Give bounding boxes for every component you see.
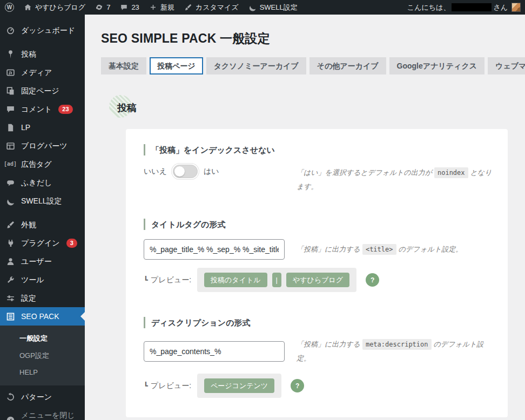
media-icon (5, 68, 16, 77)
preview-label: プレビュー: (151, 275, 191, 285)
tab-post-page[interactable]: 投稿ページ (150, 57, 203, 74)
settings-tab-bar: 基本設定 投稿ページ タクソノミーアーカイブ その他アーカイブ Googleアナ… (101, 57, 525, 74)
sidebar-item-swell-settings[interactable]: SWELL設定 (0, 192, 85, 210)
sidebar-item-label: 固定ページ (21, 86, 59, 96)
help-button[interactable]: ? (291, 379, 304, 392)
sidebar-item-patterns[interactable]: パターン (0, 388, 85, 406)
sidebar-item-media[interactable]: メディア (0, 63, 85, 82)
brush-icon (184, 3, 192, 11)
section-title: 投稿 (117, 100, 525, 116)
current-menu-arrow (80, 312, 85, 321)
description-text: 「投稿」に出力する (297, 245, 360, 253)
sidebar-item-blog-parts[interactable]: ブログパーツ (0, 137, 85, 155)
post-section-heading: 投稿 (117, 100, 525, 116)
customize-link[interactable]: カスタマイズ (179, 0, 244, 15)
admin-bar: W やすひらブログ 7 23 新規 カスタマイズ SWELL設定 (0, 0, 525, 15)
customize-label: カスタマイズ (196, 3, 239, 12)
admin-sidebar: ダッシュボード 投稿 メディア 固定ページ コメント 23 LP (0, 15, 85, 420)
sidebar-item-label: 投稿 (21, 49, 36, 59)
setting-title: ディスクリプションの形式 (144, 317, 508, 328)
sidebar-item-label: ダッシュボード (21, 25, 75, 35)
description-text: 「投稿」に出力する (297, 340, 360, 348)
user-icon (5, 257, 16, 266)
setting-description: 「投稿」に出力するmeta:descriptionのデフォルト設定。 (297, 337, 494, 365)
submenu-item-general-settings[interactable]: 一般設定 (0, 330, 85, 347)
page-title: SEO SIMPLE PACK 一般設定 (101, 30, 525, 47)
setting-title: 「投稿」をインデックスさせない (144, 144, 508, 155)
sidebar-item-tools[interactable]: ツール (0, 270, 85, 289)
collapse-icon (5, 416, 16, 420)
tab-basic-settings[interactable]: 基本設定 (101, 57, 146, 74)
wordpress-logo-menu[interactable]: W (0, 0, 19, 15)
noindex-toggle[interactable] (173, 165, 198, 178)
sidebar-item-seo-pack[interactable]: SEO PACK (0, 307, 85, 326)
sidebar-item-label: ブログパーツ (21, 141, 68, 151)
pattern-icon (5, 392, 16, 402)
submenu-item-ogp-settings[interactable]: OGP設定 (0, 347, 85, 364)
sidebar-item-label: 外観 (21, 220, 36, 229)
preview-badge: 投稿のタイトル (204, 273, 267, 287)
sidebar-item-lp[interactable]: LP (0, 118, 85, 137)
main-content: SEO SIMPLE PACK 一般設定 基本設定 投稿ページ タクソノミーアー… (85, 15, 525, 420)
sidebar-item-label: ユーザー (21, 256, 52, 266)
settings-card: 「投稿」をインデックスさせない いいえ はい 「はい」を選択するとデフォルトの出… (126, 129, 508, 417)
dashboard-icon (5, 26, 16, 35)
swell-settings-link[interactable]: SWELL設定 (244, 0, 302, 15)
submenu-item-help[interactable]: HELP (0, 364, 85, 380)
sidebar-item-label: SWELL設定 (21, 196, 62, 206)
sidebar-item-plugins[interactable]: プラグイン 3 (0, 234, 85, 252)
description-preview-row: ┗ プレビュー: ページコンテンツ ? (144, 374, 508, 398)
sidebar-item-label: パターン (21, 392, 52, 402)
comments-link[interactable]: 23 (115, 0, 144, 15)
ad-icon: [ad] (5, 159, 16, 169)
toggle-knob (174, 166, 185, 177)
sidebar-item-dashboard[interactable]: ダッシュボード (0, 21, 85, 39)
tab-google-analytics[interactable]: Googleアナリティクス (389, 57, 485, 74)
sidebar-item-label: 広告タグ (21, 159, 52, 169)
description-text: 「はい」を選択するとデフォルトの出力が (297, 168, 432, 177)
corner-glyph: ┗ (144, 382, 148, 390)
swell-icon (5, 197, 16, 206)
sidebar-item-ad-tag[interactable]: [ad] 広告タグ (0, 155, 85, 173)
sidebar-item-comments[interactable]: コメント 23 (0, 100, 85, 118)
blocks-icon (5, 141, 16, 151)
preview-separator-badge: | (272, 273, 281, 287)
comment-icon (5, 105, 16, 114)
sidebar-item-collapse-menu[interactable]: メニューを閉じる (0, 406, 85, 420)
site-name-label: やすひらブログ (35, 3, 85, 12)
sidebar-item-posts[interactable]: 投稿 (0, 45, 85, 63)
code-chip: meta:description (362, 339, 432, 350)
seo-pack-submenu: 一般設定 OGP設定 HELP (0, 326, 85, 385)
tab-other-archive[interactable]: その他アーカイブ (309, 57, 386, 74)
tab-taxonomy-archive[interactable]: タクソノミーアーカイブ (206, 57, 306, 74)
description-format-input[interactable] (144, 341, 285, 362)
title-format-input[interactable] (144, 239, 285, 260)
description-text: のデフォルト設定。 (399, 245, 463, 253)
setting-title-tag-format: タイトルタグの形式 「投稿」に出力する<title>のデフォルト設定。 ┗ プレ… (144, 219, 508, 292)
preview-box: ページコンテンツ (197, 374, 281, 398)
corner-glyph: ┗ (144, 276, 148, 284)
sidebar-item-label: メニューを閉じる (21, 410, 82, 420)
plugin-icon (5, 239, 16, 248)
preview-label: プレビュー: (151, 381, 191, 391)
sidebar-item-users[interactable]: ユーザー (0, 252, 85, 270)
updates-link[interactable]: 7 (90, 0, 115, 15)
sidebar-item-appearance[interactable]: 外観 (0, 215, 85, 234)
comment-icon (120, 3, 128, 11)
sidebar-item-pages[interactable]: 固定ページ (0, 82, 85, 100)
site-name-link[interactable]: やすひらブログ (19, 0, 90, 15)
sidebar-item-fukidashi[interactable]: ふきだし (0, 173, 85, 192)
new-content-menu[interactable]: 新規 (144, 0, 179, 15)
account-menu[interactable]: こんにちは、さん (407, 3, 525, 12)
title-preview-row: ┗ プレビュー: 投稿のタイトル | やすひらブログ ? (144, 268, 508, 292)
swell-settings-label: SWELL設定 (260, 3, 298, 12)
tab-webmaster-tools[interactable]: ウェブマスターツール (488, 57, 525, 74)
sliders-icon (5, 294, 16, 303)
avatar (511, 3, 521, 12)
sidebar-item-settings[interactable]: 設定 (0, 289, 85, 307)
plugins-count-badge: 3 (66, 239, 77, 248)
speech-bubble-icon (5, 178, 16, 187)
help-button[interactable]: ? (366, 273, 379, 287)
comment-count: 23 (131, 3, 139, 11)
setting-noindex: 「投稿」をインデックスさせない いいえ はい 「はい」を選択するとデフォルトの出… (144, 144, 508, 194)
